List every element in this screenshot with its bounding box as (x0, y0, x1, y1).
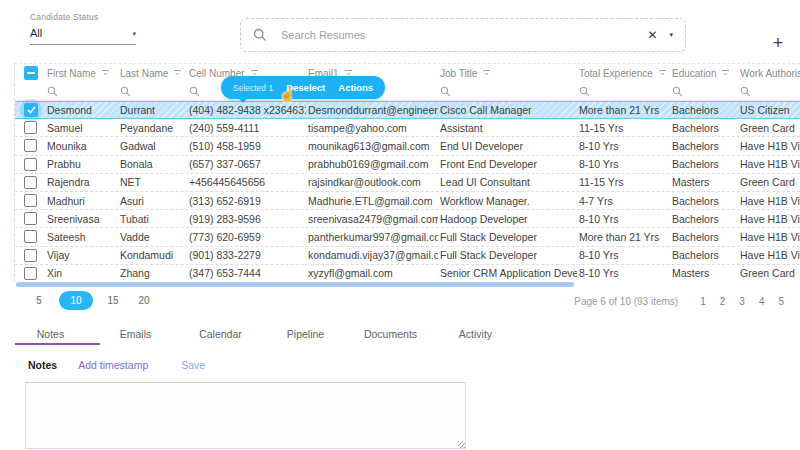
tab-calendar[interactable]: Calendar (178, 322, 263, 351)
clear-search-icon[interactable]: ✕ (643, 28, 661, 42)
table-row[interactable]: XinZhang(347) 653-7444xyzyfl@gmail.comSe… (15, 265, 800, 282)
table-cell: (240) 559-4111 (187, 122, 306, 134)
row-checkbox[interactable] (24, 267, 37, 280)
row-checkbox-cell (15, 230, 45, 243)
filter-cell-work-authorisation[interactable] (738, 86, 800, 97)
page-number-4[interactable]: 4 (759, 296, 765, 307)
column-header-job-title[interactable]: Job Title (438, 68, 577, 79)
row-checkbox[interactable] (24, 176, 37, 189)
table-row[interactable]: RajendraNET+456445645656rajsindkar@outlo… (15, 174, 800, 192)
table-cell: Zhang (118, 267, 187, 279)
row-checkbox[interactable] (24, 103, 38, 117)
tab-activity[interactable]: Activity (433, 322, 518, 351)
table-row[interactable]: PrabhuBonala(657) 337-0657prabhub0169@gm… (15, 156, 800, 174)
note-textarea[interactable] (25, 382, 466, 449)
table-row[interactable]: MounikaGadwal(510) 458-1959mounikag613@g… (15, 137, 800, 155)
add-timestamp-link[interactable]: Add timestamp (78, 359, 148, 371)
table-cell: Desmond (45, 104, 118, 116)
row-checkbox[interactable] (24, 139, 37, 152)
table-cell: Madhurie.ETL@gmail.com (306, 195, 438, 207)
row-checkbox[interactable] (24, 212, 37, 225)
table-cell: Green Card (738, 176, 800, 188)
table-row[interactable]: DesmondDurrant(404) 482-9438 x236463109D… (15, 101, 800, 119)
table-cell: 8-10 Yrs (577, 140, 670, 152)
sort-filter-icon[interactable] (658, 69, 667, 78)
add-candidate-button[interactable]: + (764, 29, 792, 57)
table-cell: Bachelors (670, 122, 738, 134)
column-header-last-name[interactable]: Last Name (118, 68, 187, 79)
search-icon (253, 28, 267, 42)
page-number-2[interactable]: 2 (720, 296, 726, 307)
table-cell: Have H1B Visa (738, 231, 800, 243)
candidate-status-label: Candidate Status (30, 12, 136, 22)
table-row[interactable]: SamuelPeyandane(240) 559-4111tisampe@yah… (15, 119, 800, 137)
row-checkbox[interactable] (24, 121, 37, 134)
table-cell: 8-10 Yrs (577, 267, 670, 279)
sort-filter-icon[interactable] (482, 69, 491, 78)
active-tab-underline (15, 343, 100, 345)
page-size-15[interactable]: 15 (102, 291, 124, 310)
grid-header: First NameLast NameCell NumberEmail1Job … (15, 64, 800, 82)
filter-cell-total-experience[interactable] (577, 86, 670, 97)
page-number-3[interactable]: 3 (739, 296, 745, 307)
column-header-total-experience[interactable]: Total Experience (577, 68, 670, 79)
select-all-checkbox[interactable] (24, 66, 38, 80)
table-cell: (657) 337-0657 (187, 158, 306, 170)
row-checkbox[interactable] (24, 158, 37, 171)
page-number-5[interactable]: 5 (778, 296, 784, 307)
page-numbers: 12345 (700, 296, 784, 307)
table-cell: rajsindkar@outlook.com (306, 176, 438, 188)
row-checkbox[interactable] (24, 230, 37, 243)
page-size-10[interactable]: 10 (59, 291, 93, 310)
horizontal-scrollbar[interactable] (16, 282, 574, 287)
search-icon (740, 86, 751, 97)
mouse-cursor-icon: ☝ (279, 87, 295, 102)
table-cell: 8-10 Yrs (577, 158, 670, 170)
table-row[interactable]: SateeshVadde(773) 620-6959pantherkumar99… (15, 228, 800, 246)
page-size-20[interactable]: 20 (133, 291, 155, 310)
sort-filter-icon[interactable] (721, 69, 730, 78)
save-note-link[interactable]: Save (181, 359, 205, 371)
search-icon (47, 86, 58, 97)
search-resumes-box[interactable]: Search Resumes ✕ ▾ (240, 18, 686, 52)
table-cell: End UI Developer (438, 140, 577, 152)
table-cell: (510) 458-1959 (187, 140, 306, 152)
row-checkbox[interactable] (24, 249, 37, 262)
sort-filter-icon[interactable] (173, 69, 182, 78)
table-cell: Cisco Call Manager (438, 104, 577, 116)
column-header-work-authorisation[interactable]: Work Authorisation (738, 68, 800, 79)
actions-button[interactable]: Actions (338, 82, 373, 93)
table-row[interactable]: VijayKondamudi(901) 833-2279kondamudi.vi… (15, 247, 800, 265)
table-cell: Sateesh (45, 231, 118, 243)
search-options-caret-icon[interactable]: ▾ (669, 31, 673, 39)
tab-emails[interactable]: Emails (93, 322, 178, 351)
tab-notes[interactable]: Notes (8, 322, 93, 351)
table-cell: mounikag613@gmail.com (306, 140, 438, 152)
candidate-status-select[interactable]: Candidate Status All ▾ (30, 12, 136, 45)
filter-cell-last-name[interactable] (118, 86, 187, 97)
filter-cell-job-title[interactable] (438, 86, 577, 97)
sort-filter-icon[interactable] (101, 69, 110, 78)
column-header-first-name[interactable]: First Name (45, 68, 118, 79)
search-input[interactable]: Search Resumes (281, 29, 643, 41)
table-cell: Tubati (118, 213, 187, 225)
search-icon (440, 86, 451, 97)
page-size-5[interactable]: 5 (28, 291, 50, 310)
filter-cell-education[interactable] (670, 86, 738, 97)
column-header-label: Job Title (440, 68, 477, 79)
tab-pipeline[interactable]: Pipeline (263, 322, 348, 351)
table-cell: Masters (670, 267, 738, 279)
tab-documents[interactable]: Documents (348, 322, 433, 351)
table-cell: Have H1B Visa (738, 158, 800, 170)
filter-cell-first-name[interactable] (45, 86, 118, 97)
table-row[interactable]: SreenivasaTubati(919) 283-9596sreenivasa… (15, 210, 800, 228)
table-cell: prabhub0169@gmail.com (306, 158, 438, 170)
page-number-1[interactable]: 1 (700, 296, 706, 307)
row-checkbox[interactable] (24, 194, 37, 207)
table-row[interactable]: MadhuriAsuri(313) 652-6919Madhurie.ETL@g… (15, 192, 800, 210)
table-cell: Workflow Manager. (438, 195, 577, 207)
table-cell: Asuri (118, 195, 187, 207)
column-header-education[interactable]: Education (670, 68, 738, 79)
table-cell: Assistant (438, 122, 577, 134)
chevron-down-icon: ▾ (132, 30, 136, 37)
